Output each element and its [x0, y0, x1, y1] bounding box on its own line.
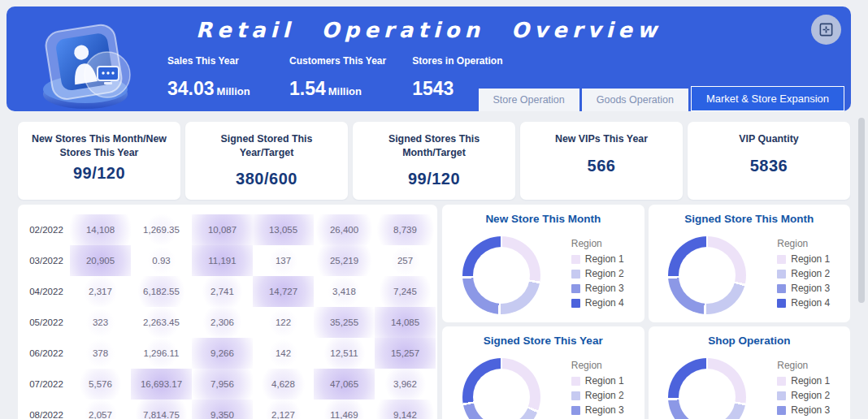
table-cell-value[interactable]: 10,087 — [192, 214, 253, 245]
legend-item[interactable]: Region 3 — [571, 283, 624, 294]
tab-market-store-expansion[interactable]: Market & Store Expansion — [691, 86, 844, 111]
table-cell-value[interactable]: 35,255 — [314, 307, 375, 338]
table-cell-value[interactable]: 16,693.17 — [131, 369, 192, 400]
table-cell-value[interactable]: 378 — [70, 338, 131, 369]
table-cell-value[interactable]: 11,191 — [192, 245, 253, 276]
legend-item[interactable]: Region 1 — [777, 375, 830, 387]
table-cell-value[interactable]: 25,219 — [314, 245, 375, 276]
table-cell-value[interactable]: 2,263.45 — [131, 307, 192, 338]
table-cell-value[interactable]: 11,469 — [314, 400, 375, 419]
table-cell-value[interactable]: 257 — [375, 245, 436, 276]
legend-swatch-icon — [571, 377, 580, 386]
table-cell-value[interactable]: 9,266 — [192, 338, 253, 369]
legend-label: Region 2 — [585, 268, 624, 279]
tab-store-operation[interactable]: Store Operation — [479, 89, 579, 111]
page-scrollbar-thumb[interactable] — [858, 118, 865, 303]
donut-chart-card: Signed Store This Month Region Region 1R… — [649, 205, 851, 322]
legend-item[interactable]: Region 4 — [571, 297, 624, 309]
focus-mode-icon — [818, 22, 834, 37]
kpi-title: Signed Stored This Year/Target — [193, 132, 340, 159]
table-cell-value[interactable]: 3,962 — [375, 369, 436, 400]
donut-charts-grid: New Store This Month Region Region 1Regi… — [442, 205, 850, 419]
legend-item[interactable]: Region 1 — [571, 253, 624, 265]
table-cell-value[interactable]: 26,400 — [314, 214, 375, 245]
table-cell-value[interactable]: 7,814.75 — [131, 400, 192, 419]
table-row: 05/20223232,263.452,30612235,25514,085 — [23, 307, 436, 338]
legend-label: Region 2 — [791, 390, 830, 401]
legend-item[interactable]: Region 2 — [777, 390, 830, 401]
table-cell-value[interactable]: 2,127 — [253, 400, 314, 419]
table-cell-value[interactable]: 20,905 — [70, 245, 131, 276]
table-cell-value[interactable]: 2,317 — [70, 276, 131, 307]
table-cell-value[interactable]: 12,511 — [314, 338, 375, 369]
table-cell-value[interactable]: 137 — [253, 245, 314, 276]
legend-swatch-icon — [571, 255, 580, 264]
table-cell-value[interactable]: 14,085 — [375, 307, 436, 338]
donut-ring[interactable] — [462, 236, 540, 314]
legend-swatch-icon — [777, 377, 786, 386]
table-cell-value[interactable]: 14,727 — [253, 276, 314, 307]
legend-item[interactable]: Region 3 — [777, 404, 830, 416]
table-cell-value[interactable]: 2,306 — [192, 307, 253, 338]
legend-item[interactable]: Region 3 — [777, 283, 830, 294]
table-cell-value[interactable]: 142 — [253, 338, 314, 369]
table-row: 03/202220,9050.9311,19113725,219257 — [23, 245, 436, 276]
table-cell-value[interactable]: 122 — [253, 307, 314, 338]
kpi-value: 99/120 — [361, 170, 507, 188]
page-scrollbar-track[interactable] — [857, 114, 866, 419]
table-cell-value[interactable]: 1,269.35 — [131, 214, 192, 245]
table-cell-value[interactable]: 3,418 — [314, 276, 375, 307]
page-title: Retail Operation Overview — [7, 18, 851, 42]
legend-item[interactable]: Region 3 — [571, 404, 624, 416]
donut-hole — [679, 247, 736, 304]
donut-ring[interactable] — [668, 236, 746, 314]
kpi-card-signed-month-target: Signed Stores This Month/Target 99/120 — [353, 122, 515, 200]
legend-label: Region 4 — [585, 297, 624, 309]
tab-goods-operation[interactable]: Goods Operation — [582, 89, 688, 111]
table-row: 02/202214,1081,269.3510,08713,05526,4008… — [23, 214, 436, 245]
legend-label: Region 1 — [791, 253, 830, 265]
table-row: 04/20222,3176,182.552,74114,7273,4187,24… — [23, 276, 436, 307]
header-kpi-label: Stores in Operation — [412, 55, 508, 67]
table-cell-value[interactable]: 0.93 — [131, 245, 192, 276]
table-cell-value[interactable]: 2,741 — [192, 276, 253, 307]
legend-swatch-icon — [571, 406, 580, 415]
legend-label: Region 3 — [791, 404, 830, 416]
legend-item[interactable]: Region 4 — [777, 297, 830, 309]
table-cell-value[interactable]: 7,245 — [375, 276, 436, 307]
charts-row-top: New Store This Month Region Region 1Regi… — [442, 205, 850, 322]
table-cell-value[interactable]: 14,108 — [70, 214, 131, 245]
kpi-title: New Stores This Month/New Stores This Ye… — [26, 132, 172, 159]
table-cell-value[interactable]: 9,142 — [375, 400, 436, 419]
table-cell-value[interactable]: 2,057 — [70, 400, 131, 419]
chart-title: New Store This Month — [442, 213, 644, 225]
donut-chart-card: Signed Store This Year Region Region 1Re… — [442, 326, 644, 419]
table-cell-value[interactable]: 13,055 — [253, 214, 314, 245]
legend-item[interactable]: Region 2 — [777, 268, 830, 279]
table-row: 08/20222,0577,814.759,3502,12711,4699,14… — [23, 400, 436, 419]
table-cell-value[interactable]: 7,956 — [192, 369, 253, 400]
donut-ring[interactable] — [462, 358, 540, 419]
table-cell-value[interactable]: 8,739 — [375, 214, 436, 245]
table-cell-value[interactable]: 47,065 — [314, 369, 375, 400]
focus-mode-button[interactable] — [811, 15, 841, 45]
table-cell-value[interactable]: 1,296.11 — [131, 338, 192, 369]
table-cell-value[interactable]: 323 — [70, 307, 131, 338]
legend-item[interactable]: Region 2 — [571, 268, 624, 279]
table-cell-value[interactable]: 6,182.55 — [131, 276, 192, 307]
legend-swatch-icon — [777, 255, 786, 264]
legend-swatch-icon — [777, 299, 786, 308]
donut-ring[interactable] — [668, 358, 746, 419]
table-cell-value[interactable]: 5,576 — [70, 369, 131, 400]
table-cell-value[interactable]: 15,257 — [375, 338, 436, 369]
legend-swatch-icon — [777, 270, 786, 279]
legend-item[interactable]: Region 1 — [777, 253, 830, 265]
legend-item[interactable]: Region 1 — [571, 375, 624, 387]
table-cell-value[interactable]: 4,628 — [253, 369, 314, 400]
legend-item[interactable]: Region 2 — [571, 390, 624, 401]
table-cell-value[interactable]: 9,350 — [192, 400, 253, 419]
kpi-card-new-vips: New VIPs This Year 566 — [520, 122, 683, 200]
legend-label: Region 3 — [585, 404, 624, 416]
chart-legend: Region Region 1Region 2Region 3Region 4 — [571, 358, 624, 419]
legend-label: Region 1 — [585, 375, 624, 387]
